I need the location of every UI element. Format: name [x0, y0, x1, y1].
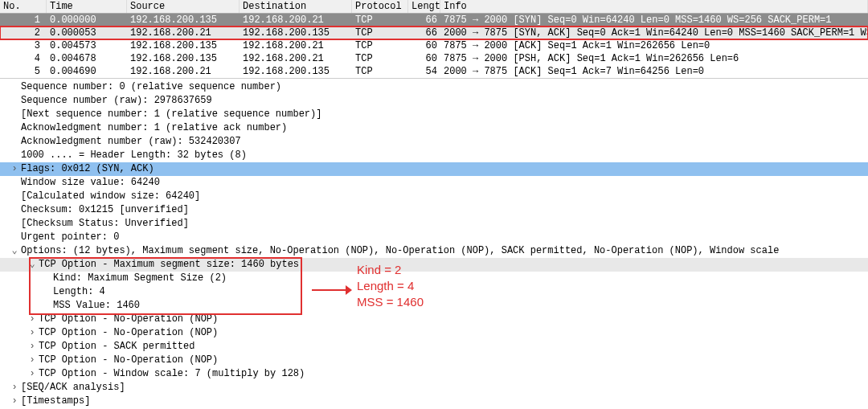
- chevron-down-icon[interactable]: ⌄: [27, 258, 37, 272]
- col-header-dst[interactable]: Destination: [240, 0, 352, 13]
- cell-src: 192.168.200.135: [127, 39, 240, 52]
- detail-nop2[interactable]: ›TCP Option - No-Operation (NOP): [0, 326, 868, 340]
- detail-options[interactable]: ⌄Options: (12 bytes), Maximum segment si…: [0, 244, 868, 258]
- detail-seqack[interactable]: ›[SEQ/ACK analysis]: [0, 381, 868, 395]
- col-header-proto[interactable]: Protocol: [352, 0, 408, 13]
- detail-mss-kind[interactable]: Kind: Maximum Segment Size (2): [0, 272, 868, 285]
- cell-info: 2000 → 7875 [SYN, ACK] Seq=0 Ack=1 Win=6…: [440, 27, 868, 39]
- packet-row[interactable]: 1 0.000000 192.168.200.135 192.168.200.2…: [0, 14, 868, 27]
- chevron-right-icon[interactable]: ›: [27, 326, 37, 340]
- cell-no: 4: [0, 52, 47, 65]
- col-header-no[interactable]: No.: [0, 0, 47, 13]
- col-header-len[interactable]: Length: [408, 0, 440, 13]
- cell-proto: TCP: [352, 65, 408, 78]
- col-header-time[interactable]: Time: [47, 0, 127, 13]
- annotation-length: Length = 4: [357, 278, 424, 294]
- detail-timestamps[interactable]: ›[Timestamps]: [0, 395, 868, 408]
- detail-nop1[interactable]: ›TCP Option - No-Operation (NOP): [0, 313, 868, 326]
- cell-no: 1: [0, 14, 47, 27]
- cell-dst: 192.168.200.21: [240, 52, 352, 65]
- detail-urg[interactable]: Urgent pointer: 0: [0, 231, 868, 244]
- cell-info: 7875 → 2000 [SYN] Seq=0 Win=64240 Len=0 …: [440, 14, 868, 27]
- detail-nop2-text: TCP Option - No-Operation (NOP): [39, 327, 218, 338]
- cell-time: 0.000000: [47, 14, 127, 27]
- detail-flags[interactable]: ›Flags: 0x012 (SYN, ACK): [0, 162, 868, 176]
- chevron-right-icon[interactable]: ›: [27, 313, 37, 326]
- detail-win-calc[interactable]: [Calculated window size: 64240]: [0, 190, 868, 203]
- cell-len: 60: [408, 39, 440, 52]
- cell-time: 0.004678: [47, 52, 127, 65]
- detail-next-seq[interactable]: [Next sequence number: 1 (relative seque…: [0, 108, 868, 121]
- cell-len: 60: [408, 52, 440, 65]
- cell-no: 5: [0, 65, 47, 78]
- svg-marker-1: [346, 285, 352, 295]
- packet-list-header[interactable]: No. Time Source Destination Protocol Len…: [0, 0, 868, 14]
- detail-options-text: Options: (12 bytes), Maximum segment siz…: [21, 245, 779, 256]
- detail-cksum[interactable]: Checksum: 0x1215 [unverified]: [0, 203, 868, 217]
- packet-row[interactable]: 4 0.004678 192.168.200.135 192.168.200.2…: [0, 52, 868, 65]
- cell-len: 54: [408, 65, 440, 78]
- cell-proto: TCP: [352, 14, 408, 27]
- detail-win-val[interactable]: Window size value: 64240: [0, 176, 868, 190]
- detail-nop1-text: TCP Option - No-Operation (NOP): [39, 313, 218, 325]
- cell-info: 7875 → 2000 [PSH, ACK] Seq=1 Ack=1 Win=2…: [440, 52, 868, 65]
- cell-info: 2000 → 7875 [ACK] Seq=1 Ack=7 Win=64256 …: [440, 65, 868, 78]
- chevron-right-icon[interactable]: ›: [10, 395, 19, 408]
- cell-time: 0.004690: [47, 65, 127, 78]
- chevron-down-icon[interactable]: ⌄: [10, 244, 19, 258]
- cell-time: 0.000053: [47, 27, 127, 39]
- packet-row[interactable]: 3 0.004573 192.168.200.135 192.168.200.2…: [0, 39, 868, 52]
- cell-src: 192.168.200.21: [127, 65, 240, 78]
- detail-cksum-status[interactable]: [Checksum Status: Unverified]: [0, 217, 868, 231]
- cell-src: 192.168.200.21: [127, 27, 240, 39]
- detail-mss-val[interactable]: MSS Value: 1460: [0, 299, 868, 313]
- annotation-kind: Kind = 2: [357, 262, 424, 278]
- cell-info: 7875 → 2000 [ACK] Seq=1 Ack=1 Win=262656…: [440, 39, 868, 52]
- detail-timestamps-text: [Timestamps]: [21, 395, 90, 407]
- chevron-right-icon[interactable]: ›: [27, 354, 37, 367]
- detail-sack[interactable]: ›TCP Option - SACK permitted: [0, 340, 868, 354]
- detail-mss-option[interactable]: ⌄TCP Option - Maximum segment size: 1460…: [0, 258, 868, 272]
- annotation-text: Kind = 2 Length = 4 MSS = 1460: [357, 262, 424, 310]
- detail-ws[interactable]: ›TCP Option - Window scale: 7 (multiply …: [0, 367, 868, 381]
- cell-src: 192.168.200.135: [127, 14, 240, 27]
- cell-no: 2: [0, 27, 47, 39]
- annotation-mss: MSS = 1460: [357, 294, 424, 310]
- cell-time: 0.004573: [47, 39, 127, 52]
- cell-no: 3: [0, 39, 47, 52]
- cell-dst: 192.168.200.135: [240, 65, 352, 78]
- packet-list: No. Time Source Destination Protocol Len…: [0, 0, 868, 79]
- detail-hdr-len[interactable]: 1000 .... = Header Length: 32 bytes (8): [0, 149, 868, 162]
- detail-nop3-text: TCP Option - No-Operation (NOP): [39, 354, 218, 366]
- detail-nop3[interactable]: ›TCP Option - No-Operation (NOP): [0, 354, 868, 367]
- detail-seq-rel[interactable]: Sequence number: 0 (relative sequence nu…: [0, 80, 868, 94]
- col-header-info[interactable]: Info: [440, 0, 868, 13]
- detail-sack-text: TCP Option - SACK permitted: [39, 341, 194, 352]
- cell-dst: 192.168.200.21: [240, 39, 352, 52]
- chevron-right-icon[interactable]: ›: [27, 367, 37, 381]
- cell-len: 66: [408, 27, 440, 39]
- detail-mss-len[interactable]: Length: 4: [0, 285, 868, 299]
- chevron-right-icon[interactable]: ›: [10, 162, 19, 176]
- detail-ack-rel[interactable]: Acknowledgment number: 1 (relative ack n…: [0, 121, 868, 135]
- chevron-right-icon[interactable]: ›: [27, 340, 37, 354]
- detail-mss-option-text: TCP Option - Maximum segment size: 1460 …: [39, 259, 299, 270]
- packet-row[interactable]: 2 0.000053 192.168.200.21 192.168.200.13…: [0, 27, 868, 39]
- cell-len: 66: [408, 14, 440, 27]
- detail-seq-raw[interactable]: Sequence number (raw): 2978637659: [0, 94, 868, 108]
- detail-flags-text: Flags: 0x012 (SYN, ACK): [21, 163, 154, 174]
- cell-proto: TCP: [352, 39, 408, 52]
- cell-src: 192.168.200.135: [127, 52, 240, 65]
- detail-ws-text: TCP Option - Window scale: 7 (multiply b…: [39, 368, 305, 379]
- cell-dst: 192.168.200.135: [240, 27, 352, 39]
- packet-details: Sequence number: 0 (relative sequence nu…: [0, 79, 868, 409]
- cell-proto: TCP: [352, 27, 408, 39]
- chevron-right-icon[interactable]: ›: [10, 381, 19, 395]
- arrow-right-icon: [312, 283, 352, 302]
- packet-row[interactable]: 5 0.004690 192.168.200.21 192.168.200.13…: [0, 65, 868, 78]
- detail-ack-raw[interactable]: Acknowledgment number (raw): 532420307: [0, 135, 868, 149]
- cell-dst: 192.168.200.21: [240, 14, 352, 27]
- col-header-src[interactable]: Source: [127, 0, 240, 13]
- cell-proto: TCP: [352, 52, 408, 65]
- detail-seqack-text: [SEQ/ACK analysis]: [21, 382, 125, 393]
